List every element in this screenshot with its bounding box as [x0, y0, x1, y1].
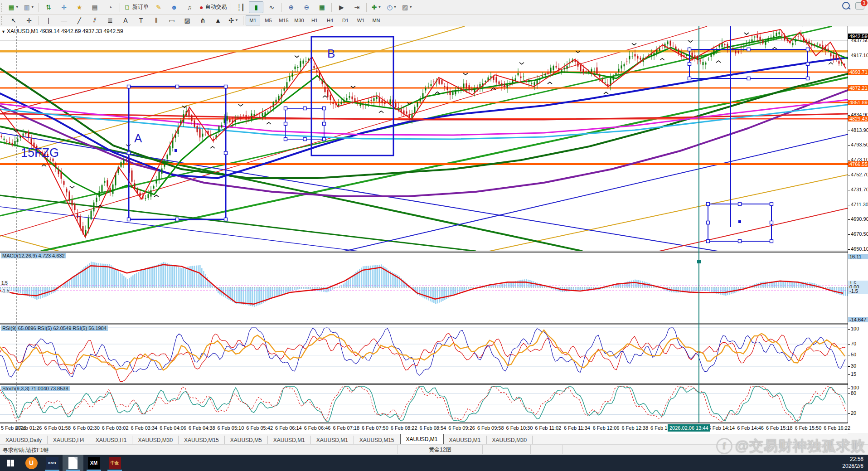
chart-tab-4[interactable]: XAUUSD,M15 — [179, 436, 225, 444]
search-icon[interactable] — [842, 2, 850, 10]
time-axis[interactable]: 6 Feb 16:226 Feb 15:506 Feb 15:186 Feb 1… — [0, 423, 848, 434]
terminal-button[interactable]: ▤ — [87, 1, 102, 13]
chart-tab-10[interactable]: XAUUSD,M1 — [444, 436, 487, 444]
time-axis-label: 6 Feb 15:18 — [766, 425, 793, 431]
start-button[interactable] — [0, 455, 21, 471]
timeframe-button-m15[interactable]: M15 — [276, 15, 291, 25]
price-axis-label: 4893.71 — [848, 69, 868, 75]
price-axis-label: 30 — [848, 363, 868, 369]
timeframe-button-h4[interactable]: H4 — [323, 15, 337, 25]
candlestick-chart-button[interactable]: ▮ — [249, 1, 263, 13]
start-button-glyph — [7, 460, 14, 466]
chart-tab-1[interactable]: XAUUSD,H4 — [48, 436, 90, 444]
time-axis-label: 6 Feb 05:10 — [218, 425, 244, 431]
main-toolbar: ▦▼ ▥▼ ⇅ ✛ ★ ▤ ◔ 🗋新订单 ✎ ☻ ♫ ●自动交易 ┆┃ ▮ ∿ … — [0, 0, 868, 15]
templates-button[interactable]: ▨▼ — [400, 1, 414, 13]
tile-windows-button[interactable]: ▦ — [315, 1, 329, 13]
market-watch-button[interactable]: ⇅ — [41, 1, 56, 13]
xm-app-icon[interactable]: XM — [83, 455, 104, 471]
channel-tool-button[interactable]: ⫽ — [87, 15, 102, 26]
time-axis-label: 6 Feb 08:54 — [420, 425, 446, 431]
price-axis-label: 4829.43 — [848, 116, 868, 121]
sound-button[interactable]: ♫ — [182, 1, 197, 13]
timeframe-button-w1[interactable]: W1 — [354, 15, 368, 25]
profiles-button[interactable]: ▥▼ — [22, 1, 36, 13]
arrows-tool-button[interactable]: ✣▼ — [226, 15, 241, 26]
chart-title: ▼XAUUSD,M1 4939.14 4942.69 4937.33 4942.… — [1, 28, 123, 34]
pattern-tool-button[interactable]: ▨ — [180, 15, 194, 26]
new-chart-button[interactable]: ▦▼ — [6, 1, 21, 13]
taskbar-clock[interactable]: 22:56 2026/2/6 — [842, 456, 863, 470]
toolbar-grip[interactable] — [1, 16, 5, 25]
navigator-button[interactable]: ★ — [72, 1, 87, 13]
timeframe-button-h1[interactable]: H1 — [307, 15, 322, 25]
triangle-tool-button[interactable]: ▲ — [211, 15, 225, 26]
collapse-triangle-icon[interactable]: ▼ — [1, 29, 5, 34]
auto-trading-button[interactable]: ●自动交易 — [198, 1, 228, 13]
strategy-tester-button[interactable]: ◔ — [103, 1, 117, 13]
chart-shift-button[interactable]: ⇥ — [349, 1, 364, 13]
chart-tab-5[interactable]: XAUUSD,M5 — [225, 436, 268, 444]
price-axis[interactable]: 4942.594937.504917.104893.714872.214851.… — [848, 26, 868, 423]
chart-canvas[interactable] — [0, 26, 848, 433]
auto-scroll-button[interactable]: ▶ — [334, 1, 349, 13]
line-chart-icon: ∿ — [269, 4, 275, 11]
timeframe-button-d1[interactable]: D1 — [338, 15, 353, 25]
cicc-app-icon[interactable]: 中金 — [104, 455, 125, 471]
new-order-icon: 🗋 — [124, 4, 131, 11]
chart-tab-9[interactable]: XAUUSD,M1 — [400, 434, 444, 444]
data-window-button[interactable]: ✛ — [57, 1, 71, 13]
line-chart-button[interactable]: ∿ — [264, 1, 279, 13]
bar-chart-button[interactable]: ┆┃ — [233, 1, 248, 13]
macd-level-high-label: 1.5 — [1, 281, 8, 286]
time-axis-label: 6 Feb 03:02 — [102, 425, 129, 431]
macd-indicator-label[interactable]: MACD(12,26,9) 4.723 4.632 — [1, 253, 66, 258]
chart-brush-button[interactable]: ✎ — [151, 1, 166, 13]
chart-shift-icon: ⇥ — [354, 4, 360, 11]
annotation-label-b[interactable]: B — [327, 47, 335, 61]
chart-tab-8[interactable]: XAUUSD,M15 — [354, 436, 400, 444]
timeframe-button-m30[interactable]: M30 — [292, 15, 306, 25]
mql5-community-button[interactable]: ☻ — [167, 1, 181, 13]
chart-tab-11[interactable]: XAUUSD,M30 — [487, 436, 533, 444]
kvb-app-icon[interactable]: KVB — [42, 455, 63, 471]
document-app-icon[interactable] — [63, 455, 83, 471]
zoom-out-button[interactable]: ⊖ — [299, 1, 314, 13]
chart-tab-7[interactable]: XAUUSD,M1 — [311, 436, 354, 444]
toolbar-grip[interactable] — [1, 3, 5, 12]
stoch-indicator-label[interactable]: Stoch(9,3,3) 71.0040 73.8538 — [1, 386, 70, 391]
zoom-in-button[interactable]: ⊕ — [284, 1, 298, 13]
time-axis-label: 6 Feb 01:58 — [44, 425, 71, 431]
bar-chart-icon: ┆┃ — [237, 4, 245, 11]
periods-button[interactable]: ◷▼ — [384, 1, 399, 13]
timeframe-button-mn[interactable]: MN — [369, 15, 383, 25]
trendline-tool-button[interactable]: ╱ — [72, 15, 87, 26]
uc-browser-icon[interactable]: U — [21, 455, 42, 471]
chart-tab-0[interactable]: XAUUSD,Daily — [0, 436, 48, 444]
clock-icon: ◷ — [387, 4, 392, 11]
new-order-button[interactable]: 🗋新订单 — [122, 1, 150, 13]
label-tool-button[interactable]: T — [134, 15, 148, 26]
price-axis-label: 4851.89 — [848, 100, 868, 105]
indicators-button[interactable]: ✚▼ — [369, 1, 383, 13]
annotation-label-a[interactable]: A — [134, 131, 142, 146]
timeframe-button-m5[interactable]: M5 — [261, 15, 276, 25]
text-tool-button[interactable]: A — [118, 15, 133, 26]
pitchfork-tool-button[interactable]: ⋔ — [195, 15, 210, 26]
rectangle-tool-button[interactable]: ▭ — [165, 15, 179, 26]
annotation-label-15fzg[interactable]: 15FZG — [21, 146, 59, 160]
cycle-lines-icon: ‖ — [155, 17, 158, 24]
time-axis-label: 6 Feb 12:38 — [621, 425, 648, 431]
chart-tab-2[interactable]: XAUUSD,H1 — [90, 436, 133, 444]
chart-tab-6[interactable]: XAUUSD,M1 — [268, 436, 311, 444]
vertical-line-tool-button[interactable]: ∣ — [41, 15, 56, 26]
cursor-tool-button[interactable]: ↖ — [6, 15, 21, 26]
chat-icon[interactable]: 1 — [855, 2, 864, 10]
crosshair-tool-button[interactable]: ✛ — [22, 15, 36, 26]
horizontal-line-tool-button[interactable]: — — [57, 15, 71, 26]
rsi-indicator-label[interactable]: RSI(9) 65.0896 RSI(5) 62.0549 RSI(5) 56.… — [1, 325, 108, 331]
chart-tab-3[interactable]: XAUUSD,M30 — [132, 436, 179, 444]
timeframe-button-m1[interactable]: M1 — [246, 15, 260, 25]
fibonacci-tool-button[interactable]: ≣ — [103, 15, 117, 26]
cycle-lines-tool-button[interactable]: ‖ — [149, 15, 164, 26]
